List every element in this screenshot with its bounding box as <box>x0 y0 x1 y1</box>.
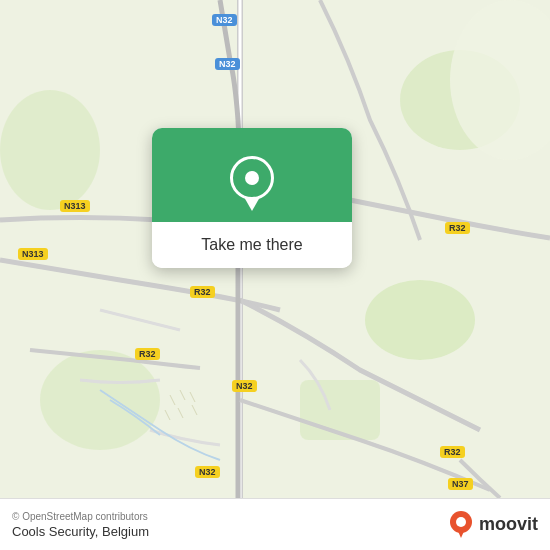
location-popup: Take me there <box>152 128 352 268</box>
road-label-n37: N37 <box>448 478 473 490</box>
bottom-bar-info: © OpenStreetMap contributors Cools Secur… <box>12 511 149 539</box>
location-pin <box>230 156 274 200</box>
popup-header <box>152 128 352 222</box>
road-label-n32-1: N32 <box>212 14 237 26</box>
svg-line-11 <box>190 392 195 402</box>
road-label-n313-2: N313 <box>18 248 48 260</box>
location-name: Cools Security, Belgium <box>12 524 149 539</box>
svg-point-4 <box>40 350 160 450</box>
road-label-n32-3: N32 <box>232 380 257 392</box>
moovit-logo: moovit <box>447 511 538 539</box>
svg-point-2 <box>0 90 100 210</box>
take-me-there-button[interactable]: Take me there <box>152 222 352 268</box>
pin-dot <box>245 171 259 185</box>
road-label-n313-1: N313 <box>60 200 90 212</box>
svg-point-0 <box>365 280 475 360</box>
svg-rect-3 <box>300 380 380 440</box>
road-label-r32-3: R32 <box>445 222 470 234</box>
moovit-icon <box>447 511 475 539</box>
bottom-bar: © OpenStreetMap contributors Cools Secur… <box>0 498 550 550</box>
moovit-text: moovit <box>479 514 538 535</box>
road-label-n32-4: N32 <box>195 466 220 478</box>
road-label-r32-1: R32 <box>190 286 215 298</box>
svg-line-12 <box>165 410 170 420</box>
svg-marker-17 <box>457 529 465 538</box>
road-label-r32-2: R32 <box>135 348 160 360</box>
map-container: N32 N32 N313 N313 R32 R32 N32 R32 N32 R3… <box>0 0 550 550</box>
svg-line-13 <box>178 408 183 418</box>
svg-point-16 <box>456 517 466 527</box>
svg-line-14 <box>192 405 197 415</box>
svg-line-10 <box>180 390 185 400</box>
road-label-n32-2: N32 <box>215 58 240 70</box>
map-roads <box>0 0 550 550</box>
attribution-text: © OpenStreetMap contributors <box>12 511 149 522</box>
road-label-r32-4: R32 <box>440 446 465 458</box>
svg-line-9 <box>170 395 175 405</box>
